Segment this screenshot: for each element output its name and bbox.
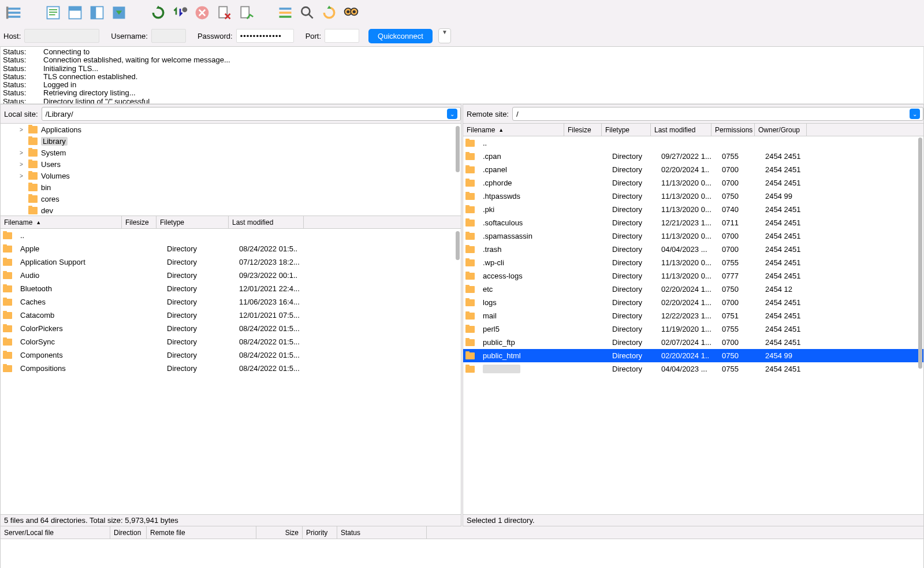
file-row[interactable]: public_htmlDirectory02/20/2024 1..075024… xyxy=(463,349,923,362)
file-row[interactable]: access-logsDirectory11/13/2020 0...07772… xyxy=(463,269,923,283)
toggle-local-tree-button[interactable] xyxy=(66,3,84,22)
file-row[interactable]: Application SupportDirectory07/12/2023 1… xyxy=(1,255,461,269)
col-status[interactable]: Status xyxy=(337,526,427,539)
file-row[interactable]: .wp-cliDirectory11/13/2020 0...07552454 … xyxy=(463,256,923,269)
cell-modified: 12/01/2021 07:5... xyxy=(236,311,311,320)
port-input[interactable] xyxy=(325,29,359,43)
file-row[interactable]: .cpanelDirectory02/20/2024 1..07002454 2… xyxy=(463,163,923,176)
file-row[interactable]: etcDirectory02/20/2024 1...07502454 12 xyxy=(463,283,923,296)
file-row[interactable]: logsDirectory02/20/2024 1...07002454 245… xyxy=(463,296,923,309)
disclosure-icon[interactable]: > xyxy=(18,127,25,133)
file-row[interactable]: .htpasswdsDirectory11/13/2020 0...075024… xyxy=(463,190,923,203)
disconnect-button[interactable] xyxy=(215,3,233,22)
remote-path-input[interactable] xyxy=(512,107,923,121)
message-log[interactable]: Status:Connecting toStatus:Connection es… xyxy=(0,46,924,104)
col-server-local[interactable]: Server/Local file xyxy=(1,526,110,539)
file-row[interactable]: .. xyxy=(1,229,461,242)
file-row[interactable]: .spamassassinDirectory11/13/2020 0...070… xyxy=(463,229,923,243)
file-row[interactable]: CompositionsDirectory08/24/2022 01:5... xyxy=(1,362,461,375)
file-row[interactable]: .softaculousDirectory12/21/2023 1...0711… xyxy=(463,216,923,229)
local-path-dropdown[interactable]: ⌄ xyxy=(447,109,457,119)
file-row[interactable]: AudioDirectory09/23/2022 00:1.. xyxy=(1,269,461,282)
disclosure-icon[interactable]: > xyxy=(18,161,25,168)
tree-item[interactable]: >Users xyxy=(1,158,461,170)
file-row[interactable]: Directory04/04/2023 ...07552454 2451 xyxy=(463,362,923,376)
tree-item[interactable]: Library xyxy=(1,135,461,147)
col-direction[interactable]: Direction xyxy=(110,526,147,539)
log-row: Status:Retrieving directory listing... xyxy=(3,89,921,97)
svg-rect-19 xyxy=(280,16,292,18)
file-row[interactable]: ComponentsDirectory08/24/2022 01:5... xyxy=(1,348,461,362)
file-row[interactable]: CachesDirectory11/06/2023 16:4... xyxy=(1,295,461,309)
file-row[interactable]: .. xyxy=(463,136,923,150)
cell-modified: 02/20/2024 1... xyxy=(658,298,718,307)
local-pane: Local site: ⌄ >ApplicationsLibrary>Syste… xyxy=(0,104,461,526)
tree-item[interactable]: >System xyxy=(1,147,461,158)
local-file-list[interactable]: ..AppleDirectory08/24/2022 01:5..Applica… xyxy=(1,229,461,514)
tree-item[interactable]: dev xyxy=(1,205,461,216)
quickconnect-history-button[interactable]: ▼ xyxy=(438,28,451,43)
file-row[interactable]: .pkiDirectory11/13/2020 0...07402454 245… xyxy=(463,203,923,216)
col-filesize[interactable]: Filesize xyxy=(564,124,602,136)
toggle-log-button[interactable] xyxy=(44,3,62,22)
col-filetype[interactable]: Filetype xyxy=(157,216,229,228)
col-filename[interactable]: Filename▲ xyxy=(463,124,564,136)
scrollbar-thumb[interactable] xyxy=(918,138,922,369)
search-button[interactable] xyxy=(298,3,316,22)
col-priority[interactable]: Priority xyxy=(303,526,337,539)
local-path-input[interactable] xyxy=(42,107,461,121)
tree-item[interactable]: >Applications xyxy=(1,124,461,135)
cancel-button[interactable] xyxy=(193,3,211,22)
scrollbar-thumb[interactable] xyxy=(456,126,460,172)
file-row[interactable]: .trashDirectory04/04/2023 ...07002454 24… xyxy=(463,243,923,256)
scrollbar-thumb[interactable] xyxy=(456,231,460,260)
file-row[interactable]: ColorPickersDirectory08/24/2022 01:5... xyxy=(1,322,461,335)
file-row[interactable]: mailDirectory12/22/2023 1...07512454 245… xyxy=(463,309,923,322)
folder-icon xyxy=(465,166,475,173)
col-permissions[interactable]: Permissions xyxy=(711,124,755,136)
col-modified[interactable]: Last modified xyxy=(651,124,711,136)
col-modified[interactable]: Last modified xyxy=(229,216,304,228)
toggle-queue-button[interactable] xyxy=(110,3,128,22)
refresh-button[interactable] xyxy=(149,3,167,22)
file-row[interactable]: .cphordeDirectory11/13/2020 0...07002454… xyxy=(463,176,923,190)
col-filetype[interactable]: Filetype xyxy=(602,124,651,136)
transfer-area: Server/Local file Direction Remote file … xyxy=(0,526,924,568)
tree-item[interactable]: bin xyxy=(1,181,461,193)
log-label: Status: xyxy=(3,98,32,104)
file-row[interactable]: perl5Directory11/19/2020 1...07552454 24… xyxy=(463,322,923,336)
tree-item[interactable]: >Volumes xyxy=(1,170,461,181)
file-row[interactable]: AppleDirectory08/24/2022 01:5.. xyxy=(1,242,461,255)
host-input[interactable] xyxy=(24,29,99,43)
compare-button[interactable] xyxy=(320,3,338,22)
folder-icon xyxy=(465,326,475,333)
reconnect-button[interactable] xyxy=(237,3,255,22)
local-tree[interactable]: >ApplicationsLibrary>System>Users>Volume… xyxy=(1,124,461,216)
file-row[interactable]: public_ftpDirectory02/07/2024 1...070024… xyxy=(463,336,923,349)
process-queue-button[interactable] xyxy=(171,3,189,22)
file-row[interactable]: .cpanDirectory09/27/2022 1...07552454 24… xyxy=(463,150,923,163)
col-remote-file[interactable]: Remote file xyxy=(147,526,256,539)
col-size[interactable]: Size xyxy=(256,526,303,539)
tree-item[interactable]: cores xyxy=(1,193,461,205)
col-filename[interactable]: Filename▲ xyxy=(1,216,122,228)
svg-rect-1 xyxy=(8,12,21,14)
cell-filetype: Directory xyxy=(163,364,236,373)
remote-file-list[interactable]: ...cpanDirectory09/27/2022 1...07552454 … xyxy=(463,136,923,514)
toggle-remote-tree-button[interactable] xyxy=(88,3,106,22)
file-row[interactable]: CatacombDirectory12/01/2021 07:5... xyxy=(1,309,461,322)
disclosure-icon[interactable]: > xyxy=(18,173,25,179)
col-filesize[interactable]: Filesize xyxy=(122,216,157,228)
file-row[interactable]: ColorSyncDirectory08/24/2022 01:5... xyxy=(1,335,461,348)
remote-path-dropdown[interactable]: ⌄ xyxy=(910,109,920,119)
sync-browse-button[interactable] xyxy=(342,3,360,22)
username-input[interactable] xyxy=(151,29,186,43)
filter-button[interactable] xyxy=(276,3,295,22)
site-manager-button[interactable] xyxy=(5,3,23,22)
password-input[interactable] xyxy=(236,29,294,43)
file-row[interactable]: BluetoothDirectory12/01/2021 22:4... xyxy=(1,282,461,295)
transfer-queue-list[interactable] xyxy=(0,539,924,568)
col-owner[interactable]: Owner/Group xyxy=(755,124,807,136)
disclosure-icon[interactable]: > xyxy=(18,150,25,156)
quickconnect-button[interactable]: Quickconnect xyxy=(368,29,433,43)
